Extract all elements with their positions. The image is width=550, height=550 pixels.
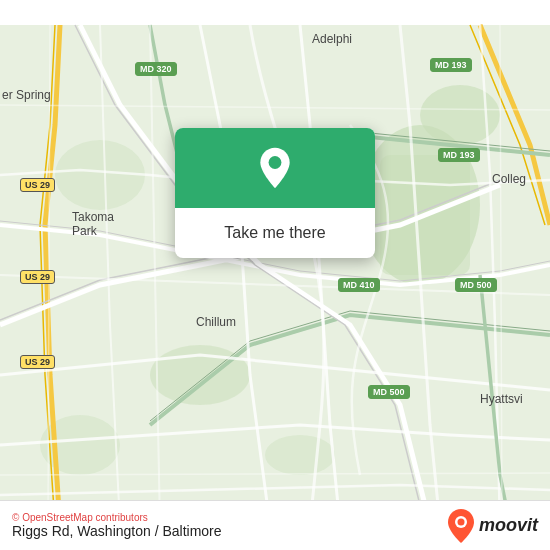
label-adelphi: Adelphi: [312, 32, 352, 46]
badge-md500-bot: MD 500: [368, 385, 410, 399]
badge-md193-bot: MD 193: [438, 148, 480, 162]
badge-md320: MD 320: [135, 62, 177, 76]
bottom-left: © OpenStreetMap contributors Riggs Rd, W…: [12, 512, 222, 539]
bottom-bar: © OpenStreetMap contributors Riggs Rd, W…: [0, 500, 550, 550]
svg-point-10: [269, 156, 282, 169]
badge-md410: MD 410: [338, 278, 380, 292]
map-svg: [0, 0, 550, 550]
map-container: US 29 US 29 US 29 MD 320 MD 193 MD 193 M…: [0, 0, 550, 550]
take-me-there-button[interactable]: Take me there: [191, 220, 359, 246]
moovit-pin-icon: [447, 508, 475, 544]
location-name: Riggs Rd, Washington / Baltimore: [12, 523, 222, 539]
badge-us29-bot: US 29: [20, 355, 55, 369]
popup-button-area: Take me there: [175, 208, 375, 258]
popup-icon-area: [175, 128, 375, 208]
label-silver-spring: er Spring: [2, 88, 51, 102]
label-college: Colleg: [492, 172, 526, 186]
label-chillum: Chillum: [196, 315, 236, 329]
svg-point-6: [265, 435, 335, 475]
label-takoma-park: TakomaPark: [72, 210, 114, 238]
label-hyattsville: Hyattsvi: [480, 392, 523, 406]
location-pin-icon-2: [253, 146, 297, 190]
badge-us29-mid: US 29: [20, 270, 55, 284]
osm-attribution[interactable]: © OpenStreetMap contributors: [12, 512, 222, 523]
badge-md193-top: MD 193: [430, 58, 472, 72]
badge-us29-top: US 29: [20, 178, 55, 192]
popup-card: Take me there: [175, 128, 375, 258]
svg-point-12: [457, 518, 464, 525]
badge-md500-top: MD 500: [455, 278, 497, 292]
moovit-logo[interactable]: moovit: [447, 508, 538, 544]
moovit-text: moovit: [479, 515, 538, 536]
svg-point-7: [55, 140, 145, 210]
